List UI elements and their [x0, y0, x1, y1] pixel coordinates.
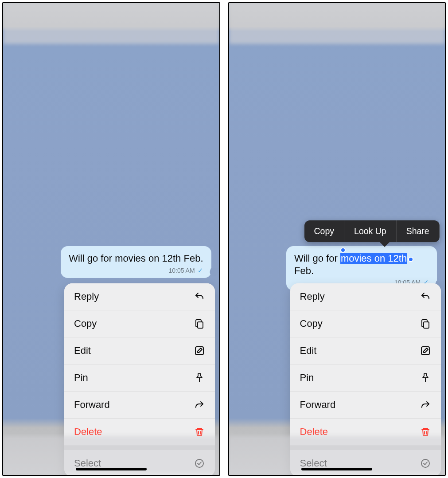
menu-item-forward[interactable]: Forward [290, 392, 441, 419]
menu-item-forward[interactable]: Forward [64, 392, 215, 419]
selection-handle-start[interactable] [340, 247, 346, 253]
context-menu: Reply Copy Edit Pin [290, 283, 441, 476]
menu-item-pin[interactable]: Pin [64, 364, 215, 392]
svg-point-11 [421, 459, 429, 467]
screenshot-right: Copy Look Up Share Will go for movies on… [228, 2, 446, 476]
pin-icon [194, 372, 205, 384]
reply-arrow-icon [420, 291, 431, 302]
selected-text[interactable]: movies on 12th [340, 253, 407, 264]
bubble-tail [206, 268, 215, 275]
menu-item-reply[interactable]: Reply [290, 283, 441, 310]
menu-label-forward: Forward [74, 399, 110, 411]
comparison-container: Will go for movies on 12th Feb. 10:05 AM… [0, 0, 448, 478]
edit-icon [420, 345, 431, 357]
trash-icon [194, 426, 205, 438]
reply-arrow-icon [194, 291, 205, 302]
message-text: Will go for movies on 12th Feb. [69, 253, 203, 264]
callout-lookup[interactable]: Look Up [344, 220, 397, 242]
menu-item-edit[interactable]: Edit [64, 337, 215, 364]
check-circle-icon [194, 458, 205, 469]
svg-rect-6 [424, 322, 429, 328]
menu-separator [290, 446, 441, 450]
trash-icon [420, 426, 431, 438]
menu-label-copy: Copy [74, 318, 97, 329]
text-selection-callout: Copy Look Up Share [304, 220, 440, 242]
menu-separator [64, 446, 215, 450]
copy-icon [420, 318, 431, 329]
home-indicator[interactable] [301, 468, 372, 470]
menu-item-select[interactable]: Select [64, 450, 215, 476]
pin-icon [420, 372, 431, 384]
callout-share[interactable]: Share [397, 220, 440, 242]
message-text-prefix: Will go for [294, 253, 340, 264]
menu-item-delete[interactable]: Delete [290, 419, 441, 446]
menu-item-reply[interactable]: Reply [64, 283, 215, 310]
menu-item-edit[interactable]: Edit [290, 337, 441, 364]
menu-label-delete: Delete [74, 426, 102, 438]
menu-item-delete[interactable]: Delete [64, 419, 215, 446]
callout-copy[interactable]: Copy [304, 220, 345, 242]
message-text-suffix: Feb. [294, 265, 314, 276]
message-bubble[interactable]: Will go for movies on 12th Feb. 10:05 AM… [61, 246, 211, 278]
menu-label-delete: Delete [300, 426, 328, 438]
menu-label-reply: Reply [74, 291, 99, 302]
svg-point-5 [195, 459, 203, 467]
svg-rect-1 [195, 347, 203, 355]
menu-label-reply: Reply [300, 291, 325, 302]
message-timestamp: 10:05 AM [168, 267, 195, 274]
home-indicator[interactable] [76, 468, 147, 470]
menu-item-copy[interactable]: Copy [290, 310, 441, 337]
edit-icon [194, 345, 205, 357]
menu-label-copy: Copy [300, 318, 323, 329]
menu-item-copy[interactable]: Copy [64, 310, 215, 337]
forward-arrow-icon [420, 399, 431, 411]
menu-label-edit: Edit [300, 345, 317, 357]
context-menu: Reply Copy Edit Pin [64, 283, 215, 476]
check-circle-icon [420, 458, 431, 469]
svg-rect-7 [421, 347, 429, 355]
forward-arrow-icon [194, 399, 205, 411]
menu-label-pin: Pin [74, 372, 88, 384]
callout-arrow-icon [379, 241, 390, 247]
menu-label-pin: Pin [300, 372, 314, 384]
sent-check-icon: ✓ [198, 266, 203, 274]
selection-handle-end[interactable] [408, 257, 413, 262]
svg-rect-0 [198, 322, 203, 328]
screenshot-left: Will go for movies on 12th Feb. 10:05 AM… [2, 2, 220, 476]
menu-label-forward: Forward [300, 399, 336, 411]
copy-icon [194, 318, 205, 329]
menu-item-pin[interactable]: Pin [290, 364, 441, 392]
menu-label-edit: Edit [74, 345, 91, 357]
menu-item-select[interactable]: Select [290, 450, 441, 476]
